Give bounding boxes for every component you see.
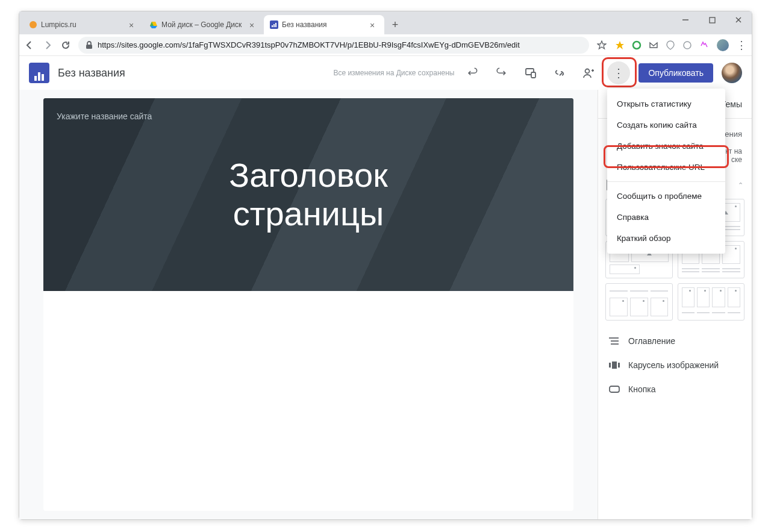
menu-item-tour[interactable]: Краткий обзор [607,228,725,249]
menu-item-help[interactable]: Справка [607,207,725,228]
tab-title: Lumpics.ru [41,20,76,29]
svg-rect-6 [273,24,275,27]
insert-button[interactable]: Кнопка [598,377,752,401]
tab-close-icon[interactable]: × [370,20,378,29]
menu-item-add-favicon[interactable]: Добавить значок сайта [607,136,725,157]
sites-logo-icon[interactable] [29,63,49,83]
tab-title: Мой диск – Google Диск [161,20,242,29]
svg-rect-30 [609,363,611,368]
menu-item-statistics[interactable]: Открыть статистику [607,93,725,114]
browser-profile-avatar[interactable] [717,39,729,51]
window-minimize-button[interactable] [672,11,699,28]
window-close-button[interactable] [725,11,752,28]
insert-toc[interactable]: Оглавление [598,329,752,353]
site-name-placeholder[interactable]: Укажите название сайта [57,111,152,121]
favicon-drive-icon [149,20,158,29]
link-button[interactable] [549,63,570,83]
ext-icon-4[interactable] [665,40,676,51]
hero-section[interactable]: Укажите название сайта Заголовок страниц… [43,98,573,291]
svg-rect-31 [612,361,617,369]
carousel-label: Карусель изображений [628,360,719,370]
menu-item-copy-site[interactable]: Создать копию сайта [607,114,725,136]
button-icon [609,386,621,393]
nav-back-button[interactable] [24,40,35,51]
tab-close-icon[interactable]: × [129,20,137,29]
more-options-menu: Открыть статистику Создать копию сайта Д… [607,89,725,254]
layout-option-5[interactable] [605,283,673,321]
toc-icon [609,337,621,345]
svg-rect-12 [86,45,92,49]
undo-button[interactable] [463,63,483,83]
browser-tab-drive[interactable]: Мой диск – Google Диск × [143,15,264,34]
site-canvas[interactable]: Укажите название сайта Заголовок страниц… [43,98,573,511]
browser-titlebar: Lumpics.ru × Мой диск – Google Диск × Бе… [19,11,752,34]
app-toolbar: Без названия Все изменения на Диске сохр… [19,56,752,90]
site-title-input[interactable]: Без названия [58,67,125,80]
preview-button[interactable] [520,63,541,83]
favicon-sites-icon [270,20,278,29]
share-button[interactable] [578,63,599,83]
page-title-heading[interactable]: Заголовок страницы [229,156,387,234]
browser-tab-lumpics[interactable]: Lumpics.ru × [23,15,143,34]
carousel-icon [609,361,621,369]
new-tab-button[interactable]: + [388,17,402,32]
browser-tab-sites[interactable]: Без названия × [264,15,384,34]
menu-item-custom-urls[interactable]: Пользовательские URL [607,157,725,178]
user-avatar[interactable] [722,63,742,83]
toc-label: Оглавление [628,336,675,346]
more-options-button[interactable]: ⋮ [607,61,630,84]
browser-address-bar: https://sites.google.com/s/1faFgTWSXDCvR… [19,34,752,56]
url-text: https://sites.google.com/s/1faFgTWSXDCvR… [98,40,520,49]
chevron-collapse-icon[interactable]: ⌃ [738,181,743,189]
insert-carousel[interactable]: Карусель изображений [598,353,752,377]
nav-reload-button[interactable] [60,40,71,51]
ext-icon-2[interactable] [631,40,642,51]
svg-rect-7 [275,23,276,27]
ext-icon-5[interactable] [682,40,693,51]
svg-rect-17 [531,72,535,78]
redo-button[interactable] [492,63,512,83]
svg-rect-33 [610,386,619,392]
nav-forward-button[interactable] [42,40,53,51]
save-status-text: Все изменения на Диске сохранены [333,69,454,77]
menu-item-report[interactable]: Сообщить о проблеме [607,186,725,207]
menu-divider [607,181,725,182]
svg-marker-13 [616,41,624,49]
svg-point-18 [585,69,590,74]
layout-option-6[interactable] [678,283,745,321]
favicon-orange-icon [29,20,37,29]
lock-icon [86,41,93,49]
svg-rect-32 [618,363,620,368]
address-omnibox[interactable]: https://sites.google.com/s/1faFgTWSXDCvR… [78,37,589,54]
ext-icon-1[interactable] [614,40,625,51]
ext-icon-6[interactable] [699,40,710,51]
extension-icons [614,40,710,51]
publish-button[interactable]: Опубликовать [638,63,713,83]
tab-title: Без названия [282,20,327,29]
svg-point-15 [684,42,691,49]
bookmark-star-icon[interactable] [596,40,607,51]
svg-point-0 [30,21,37,28]
tab-close-icon[interactable]: × [249,20,258,29]
window-maximize-button[interactable] [699,11,725,28]
button-label: Кнопка [628,384,655,394]
svg-point-14 [633,42,640,49]
svg-rect-5 [272,25,273,27]
svg-rect-9 [710,17,715,23]
ext-icon-3[interactable] [648,40,659,51]
svg-marker-2 [150,26,157,28]
browser-menu-button[interactable]: ⋮ [736,39,747,52]
